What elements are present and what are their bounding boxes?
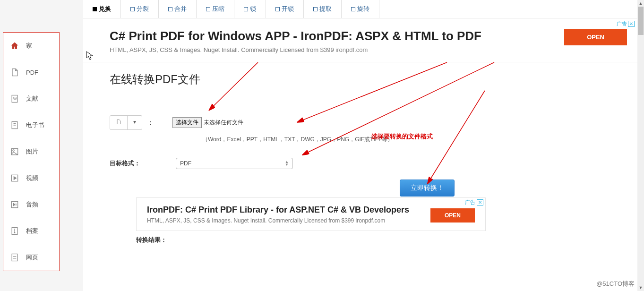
ad-title[interactable]: IronPDF: C# Print PDF Library - for ASP.… (147, 205, 475, 215)
tab-label: 压缩 (212, 5, 224, 13)
format-value: PDF (180, 160, 191, 167)
sidebar-item-label: 档案 (26, 227, 38, 235)
tab-label: 开锁 (282, 5, 294, 13)
image-icon (10, 147, 19, 156)
checkbox-icon (206, 7, 210, 11)
format-row: 目标格式： PDF ▲▼ (110, 158, 611, 169)
tab-convert[interactable]: 兑换 (83, 0, 121, 18)
tab-rotate[interactable]: 旋转 (342, 0, 379, 18)
tab-extract[interactable]: 提取 (304, 0, 342, 18)
tab-label: 锁 (250, 5, 256, 13)
webpage-icon (10, 253, 19, 262)
tab-lock[interactable]: 锁 (234, 0, 266, 18)
watermark: @51CTO博客 (596, 280, 635, 288)
checkbox-icon (275, 7, 280, 11)
ad-title[interactable]: C# Print PDF for Windows APP - IronPDF: … (110, 29, 623, 43)
sidebar-item-audio[interactable]: 音频 (3, 191, 59, 218)
sidebar-item-video[interactable]: 视频 (3, 165, 59, 191)
checkbox-icon (313, 7, 318, 11)
checkbox-icon (351, 7, 355, 11)
colon: ： (147, 119, 154, 127)
sidebar-item-label: PDF (26, 69, 38, 76)
tab-label: 兑换 (99, 5, 111, 13)
sidebar-item-label: 视频 (26, 174, 38, 182)
result-label: 转换结果： (136, 236, 611, 244)
select-arrows-icon: ▲▼ (285, 161, 289, 166)
sidebar-item-label: 图片 (26, 147, 38, 156)
sidebar-item-document[interactable]: W 文献 (3, 86, 59, 112)
tab-label: 旋转 (357, 5, 369, 13)
file-icon (110, 116, 127, 129)
ad-badge: 广告 ✕ (465, 199, 483, 206)
home-icon (10, 41, 19, 51)
ad-badge: 广告✕ (617, 20, 635, 27)
vertical-scrollbar[interactable]: ▲ ▼ (637, 0, 644, 291)
sidebar-item-pdf[interactable]: PDF (3, 59, 59, 86)
sidebar-item-label: 电子书 (26, 121, 44, 129)
sidebar-item-label: 音频 (26, 200, 38, 209)
page-title: 在线转换PDF文件 (110, 72, 611, 87)
file-source-group[interactable]: ▾ (110, 115, 142, 130)
tab-label: 合并 (174, 5, 187, 13)
ad-open-button[interactable]: OPEN (430, 208, 475, 223)
tab-compress[interactable]: 压缩 (197, 0, 234, 18)
tab-unlock[interactable]: 开锁 (266, 0, 304, 18)
ad-banner-top: 广告✕ C# Print PDF for Windows APP - IronP… (83, 18, 637, 62)
tab-label: 分裂 (137, 5, 149, 13)
sidebar-item-image[interactable]: 图片 (3, 138, 59, 165)
tabs: 兑换 分裂 合并 压缩 锁 开锁 提取 旋转 (83, 0, 637, 18)
scroll-up-icon[interactable]: ▲ (637, 0, 644, 7)
dropdown-caret-icon[interactable]: ▾ (127, 116, 142, 129)
choose-file-button[interactable]: 选择文件 (172, 117, 202, 128)
svg-marker-8 (14, 177, 16, 180)
ad-open-button[interactable]: OPEN (564, 29, 627, 45)
svg-text:W: W (13, 96, 17, 101)
tab-split[interactable]: 分裂 (121, 0, 159, 18)
sidebar-item-archive[interactable]: 档案 (3, 218, 59, 244)
checkbox-icon (130, 7, 135, 11)
checkbox-icon (93, 7, 97, 11)
scrollbar-thumb[interactable] (638, 7, 644, 35)
main-panel: 兑换 分裂 合并 压缩 锁 开锁 提取 旋转 广告✕ C# Print PDF … (83, 0, 637, 291)
svg-point-6 (13, 150, 14, 151)
convert-button[interactable]: 立即转换！ (400, 180, 455, 197)
sidebar: 家 PDF W 文献 电子书 图片 视频 音频 档案 网页 (3, 32, 60, 271)
pdf-icon (10, 68, 19, 77)
tab-merge[interactable]: 合并 (159, 0, 197, 18)
no-file-text: 未选择任何文件 (204, 119, 243, 127)
document-icon: W (10, 94, 19, 103)
content-area: 在线转换PDF文件 ▾ ： 选择文件 未选择任何文件 （Word，Excel，P… (83, 62, 637, 254)
sidebar-item-home[interactable]: 家 (3, 33, 59, 59)
checkbox-icon (168, 7, 172, 11)
ebook-icon (10, 120, 19, 130)
checkbox-icon (244, 7, 248, 11)
svg-line-15 (298, 62, 447, 122)
sidebar-item-label: 文献 (26, 94, 38, 103)
video-icon (10, 173, 19, 183)
archive-icon (10, 226, 19, 236)
svg-point-12 (14, 232, 15, 233)
sidebar-item-ebook[interactable]: 电子书 (3, 112, 59, 138)
ad-subtitle: HTML, ASPX, JS, CSS & Images. Nuget Inst… (110, 46, 623, 53)
file-row: ▾ ： 选择文件 未选择任何文件 (110, 115, 611, 130)
sidebar-item-label: 家 (26, 42, 32, 50)
svg-rect-13 (12, 254, 17, 261)
tab-label: 提取 (319, 5, 332, 13)
annotation-text: 选择要转换的文件格式 (371, 132, 433, 141)
close-icon[interactable]: ✕ (628, 21, 635, 27)
sidebar-item-webpage[interactable]: 网页 (3, 244, 59, 271)
format-select[interactable]: PDF ▲▼ (176, 158, 293, 169)
format-label: 目标格式： (110, 159, 176, 168)
ad-subtitle: HTML, ASPX, JS, CSS & Images. Nuget Inst… (147, 217, 475, 224)
scroll-down-icon[interactable]: ▼ (637, 284, 644, 291)
audio-icon (10, 200, 19, 209)
close-icon[interactable]: ✕ (477, 199, 483, 205)
ad-banner-bottom: 广告 ✕ IronPDF: C# Print PDF Library - for… (136, 197, 486, 231)
sidebar-item-label: 网页 (26, 253, 38, 262)
